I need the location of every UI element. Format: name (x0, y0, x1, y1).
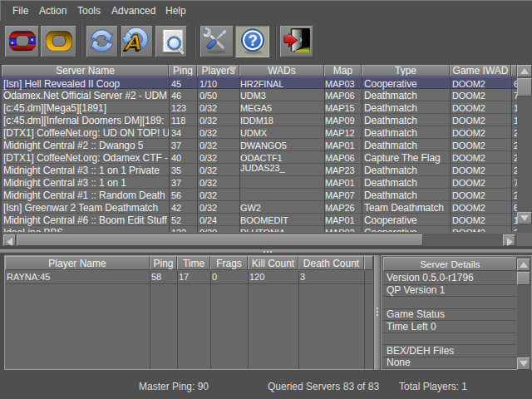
svg-text:?: ? (248, 32, 257, 49)
